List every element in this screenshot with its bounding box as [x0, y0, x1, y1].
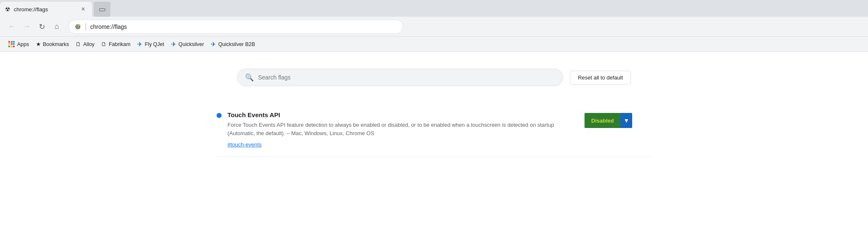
- forward-button[interactable]: →: [20, 20, 33, 33]
- doc-icon-alloy: 🗋: [76, 41, 81, 47]
- apps-label: Apps: [17, 41, 29, 47]
- search-bar-container: 🔍 Reset all to default: [0, 69, 868, 86]
- quicksilver-b2b-label: Quicksilver B2B: [218, 41, 255, 47]
- bookmarks-label: Bookmarks: [43, 41, 69, 47]
- navigation-bar: ← → ↻ ⌂ | chrome://flags: [0, 17, 868, 37]
- url-text: chrome://flags: [90, 23, 398, 30]
- chrome-logo-icon: [74, 23, 82, 31]
- flag-text-block: Touch Events API Force Touch Events API …: [227, 111, 585, 148]
- home-icon: ⌂: [55, 22, 59, 31]
- flag-select-arrow-icon[interactable]: ▼: [620, 113, 632, 128]
- flag-left-section: Touch Events API Force Touch Events API …: [217, 111, 585, 148]
- new-tab-button[interactable]: ▭: [94, 2, 110, 17]
- reset-all-button[interactable]: Reset all to default: [570, 71, 631, 85]
- main-content: 🔍 Reset all to default Touch Events API …: [0, 52, 868, 219]
- plane-icon-fly-qjet: ✈: [137, 41, 143, 48]
- fly-qjet-label: Fly QJet: [145, 41, 164, 47]
- flags-search-box[interactable]: 🔍: [237, 69, 563, 86]
- doc-icon-fabrikam: 🗋: [101, 41, 107, 47]
- tab-title: chrome://flags: [14, 6, 76, 13]
- bookmarks-bar: Apps ★ Bookmarks 🗋 Alloy 🗋 Fabrikam ✈ Fl…: [0, 37, 868, 52]
- flag-select-container: Disabled ▼: [585, 113, 651, 128]
- reset-all-label: Reset all to default: [578, 74, 623, 81]
- search-icon: 🔍: [245, 73, 254, 82]
- home-button[interactable]: ⌂: [50, 20, 64, 33]
- back-icon: ←: [8, 22, 15, 31]
- reload-icon: ↻: [39, 22, 45, 31]
- apps-grid-icon: [8, 41, 15, 48]
- svg-point-1: [77, 26, 79, 28]
- plane-icon-quicksilver: ✈: [171, 41, 176, 48]
- flag-name: Touch Events API: [227, 111, 585, 118]
- star-icon: ★: [36, 41, 41, 47]
- bookmark-item-quicksilver[interactable]: ✈ Quicksilver: [168, 39, 207, 50]
- bookmark-item-bookmarks[interactable]: ★ Bookmarks: [33, 39, 73, 49]
- flag-description: Force Touch Events API feature detection…: [227, 121, 562, 137]
- bookmark-item-quicksilver-b2b[interactable]: ✈ Quicksilver B2B: [207, 39, 258, 50]
- flag-select-label: Disabled: [585, 113, 620, 128]
- flag-anchor-link[interactable]: #touch-events: [227, 141, 262, 148]
- forward-icon: →: [23, 22, 31, 31]
- bookmark-item-fabrikam[interactable]: 🗋 Fabrikam: [98, 39, 134, 49]
- fabrikam-label: Fabrikam: [109, 41, 130, 47]
- back-button[interactable]: ←: [5, 20, 18, 33]
- tab-close-button[interactable]: ×: [79, 5, 87, 13]
- address-bar[interactable]: | chrome://flags: [69, 20, 403, 34]
- bookmark-item-apps[interactable]: Apps: [5, 39, 33, 49]
- flag-item-touch-events: Touch Events API Force Touch Events API …: [217, 103, 651, 157]
- search-input[interactable]: [258, 74, 555, 81]
- alloy-label: Alloy: [83, 41, 94, 47]
- flag-select-button[interactable]: Disabled ▼: [585, 113, 632, 128]
- plane-icon-quicksilver-b2b: ✈: [211, 41, 216, 48]
- flag-active-dot: [217, 113, 222, 118]
- tab-favicon-icon: ☢: [5, 6, 10, 13]
- reload-button[interactable]: ↻: [35, 20, 49, 33]
- active-tab[interactable]: ☢ chrome://flags ×: [0, 2, 92, 17]
- address-separator: |: [85, 22, 87, 31]
- quicksilver-label: Quicksilver: [179, 41, 204, 47]
- bookmark-item-alloy[interactable]: 🗋 Alloy: [72, 39, 98, 49]
- tab-bar: ☢ chrome://flags × ▭: [0, 0, 868, 17]
- bookmark-item-fly-qjet[interactable]: ✈ Fly QJet: [134, 39, 168, 50]
